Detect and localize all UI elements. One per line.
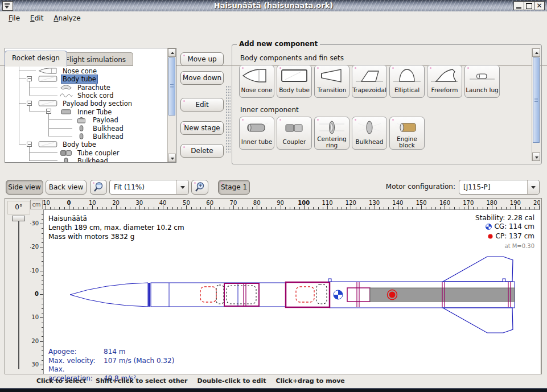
component-label: Bulkhead	[355, 136, 383, 149]
menu-file[interactable]: File	[3, 13, 25, 24]
vertical-ruler: -30-20-100102030	[30, 209, 43, 373]
tab-strip: Rocket designFlight simulations	[0, 24, 547, 42]
tree-item-bulkhead[interactable]: Bulkhead	[5, 132, 167, 140]
trapezoidal-button[interactable]: Trapezoidal	[352, 65, 387, 98]
fin-ell-icon	[391, 67, 423, 84]
nose-cone-icon	[241, 67, 273, 84]
scroll-up-icon[interactable]	[532, 48, 540, 57]
tree-item-label: Inner Tube	[76, 108, 113, 116]
centering-ring-icon	[316, 119, 348, 136]
body-tube-button[interactable]: Body tube	[277, 65, 312, 98]
component-label: Trapezoidal	[352, 84, 386, 97]
t-inner-icon	[59, 108, 73, 115]
tab-flight-simulations[interactable]: Flight simulations	[58, 52, 133, 66]
launch-lug-button[interactable]: Launch lug	[464, 65, 500, 98]
groupbox-title: Add new component	[237, 40, 320, 48]
zoom-level-select[interactable]: Fit (11%)	[109, 180, 189, 195]
inner-tube-icon	[241, 119, 273, 136]
freeform-button[interactable]: Freeform	[427, 65, 462, 98]
close-icon: ✕	[536, 2, 542, 9]
tree-expander-icon[interactable]	[27, 101, 32, 106]
component-label: Nose cone	[241, 84, 273, 97]
splitter-handle[interactable]	[225, 85, 231, 152]
component-label: Transition	[318, 84, 347, 97]
transition-icon	[316, 67, 348, 84]
t-payload-icon	[73, 116, 89, 123]
title-bar[interactable]: Haisunäätä (haisunaata.ork) ✕	[0, 0, 547, 11]
stage-1-toggle[interactable]: Stage 1	[218, 180, 250, 195]
menu-bar: FileEditAnalyze	[0, 11, 547, 24]
tree-scrollbar[interactable]	[167, 48, 176, 162]
bulkhead-button[interactable]: Bulkhead	[352, 117, 387, 150]
engine-block-button[interactable]: Engine block	[389, 117, 425, 150]
back-view-button[interactable]: Back view	[46, 180, 87, 195]
nose-cone-button[interactable]: Nose cone	[239, 65, 274, 98]
scroll-down-icon[interactable]	[168, 154, 176, 162]
delete-button[interactable]: Delete	[180, 144, 224, 158]
zoom-out-button[interactable]	[90, 180, 107, 195]
zoom-level-value: Fit (11%)	[110, 180, 176, 194]
transition-button[interactable]: Transition	[314, 65, 349, 98]
tree-item-label: Body tube	[61, 75, 97, 83]
rocket-info: Haisunäätä Length 189 cm, max. diameter …	[48, 214, 184, 241]
inner-tube-button[interactable]: Inner tube	[239, 117, 274, 150]
mach-note: at M=0.30	[475, 242, 534, 250]
tab-rocket-design[interactable]: Rocket design	[5, 51, 67, 67]
rocket-canvas[interactable]: Haisunäätä Length 189 cm, max. diameter …	[43, 209, 540, 374]
maximize-button[interactable]	[524, 1, 534, 10]
new-stage-button[interactable]: New stage	[180, 121, 224, 135]
menu-analyze[interactable]: Analyze	[48, 13, 85, 24]
zoom-in-button[interactable]	[191, 180, 208, 195]
menu-edit[interactable]: Edit	[25, 13, 48, 24]
t-coupler-icon	[59, 149, 73, 156]
tree-item-payload[interactable]: Payload	[5, 115, 167, 123]
move-down-button[interactable]: Move down	[180, 71, 224, 85]
component-label: Body tube	[279, 84, 310, 97]
fin-free-icon	[429, 67, 460, 84]
rotation-slider-track[interactable]	[18, 219, 19, 369]
stability-value: Stability: 2.28 cal	[475, 214, 534, 222]
component-label: Engine block	[390, 136, 424, 150]
component-scrollbar[interactable]	[532, 48, 540, 161]
cg-value: CG: 114 cm	[494, 222, 534, 230]
engine-block-icon	[391, 119, 423, 136]
ruler-unit-label: cm	[30, 200, 43, 209]
launch-lug-icon	[466, 67, 498, 84]
scroll-up-icon[interactable]	[168, 48, 176, 57]
component-label: Inner tube	[241, 136, 272, 149]
magnifier-plus-icon	[194, 181, 206, 193]
t-nose-icon	[37, 67, 59, 75]
tree-item-label: Bulkhead	[92, 125, 125, 133]
window-frame-bottom	[0, 388, 547, 392]
move-up-button[interactable]: Move up	[180, 52, 224, 66]
flight-stat-row: Max. velocity:107 m/s (Mach 0.32)	[48, 357, 174, 366]
scroll-down-icon[interactable]	[532, 152, 540, 161]
side-view-button[interactable]: Side view	[6, 180, 43, 195]
maximize-icon	[526, 3, 532, 9]
component-label: Elliptical	[394, 84, 419, 97]
tree-expander-icon[interactable]	[27, 76, 32, 81]
coupler-button[interactable]: Coupler	[277, 117, 312, 150]
motor-config-value: [J115-P]	[459, 180, 527, 194]
tree-item-label: Tube coupler	[76, 149, 121, 157]
add-component-panel: Add new component Body components and fi…	[232, 44, 542, 164]
chevron-down-icon	[176, 180, 188, 194]
centering-ring-button[interactable]: Centering ring	[314, 117, 349, 150]
elliptical-button[interactable]: Elliptical	[389, 65, 425, 98]
edit-button[interactable]: Edit	[180, 98, 224, 112]
component-label: Centering ring	[315, 136, 349, 150]
status-hint: Click+drag to move	[275, 377, 344, 385]
tree-item-label: Parachute	[76, 84, 112, 92]
tree-item-label: Payload	[92, 116, 120, 124]
tree-expander-icon[interactable]	[27, 142, 32, 147]
close-button[interactable]: ✕	[534, 1, 545, 10]
minimize-button[interactable]	[513, 1, 524, 10]
tree-expander-icon[interactable]	[46, 109, 51, 114]
motor-config-select[interactable]: [J115-P]	[459, 180, 540, 195]
stability-info: Stability: 2.28 cal CG: 114 cm CP: 137 c…	[475, 214, 534, 250]
t-cord-icon	[59, 92, 73, 99]
rotation-slider-handle[interactable]	[12, 216, 25, 221]
tree-item-label: Bulkhead	[92, 133, 125, 141]
tree-item-bulkhead[interactable]: Bulkhead	[5, 124, 167, 132]
coupler-icon	[278, 119, 310, 136]
